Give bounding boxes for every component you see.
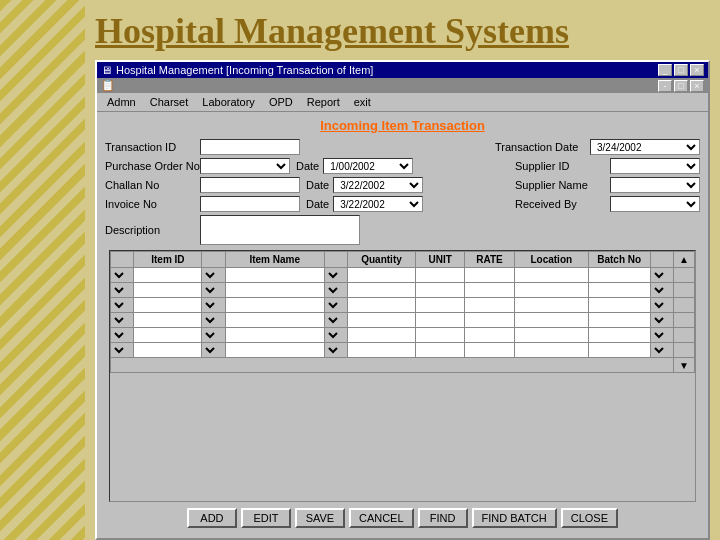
location-3[interactable] <box>517 314 586 327</box>
cancel-button[interactable]: CANCEL <box>349 508 414 528</box>
row-dropdown-5[interactable]: ▼ <box>113 344 127 357</box>
batch-no-0[interactable] <box>591 269 648 282</box>
quantity-2[interactable] <box>350 299 413 312</box>
purchase-date-select[interactable]: 1/00/2002 <box>323 158 413 174</box>
item-id-0[interactable] <box>136 269 199 282</box>
item-id-4[interactable] <box>136 329 199 342</box>
item-id-dropdown-0[interactable]: ▼ <box>204 269 218 282</box>
find-button[interactable]: FIND <box>418 508 468 528</box>
menu-admn[interactable]: Admn <box>101 95 142 109</box>
description-input[interactable] <box>200 215 360 245</box>
batch-no-5[interactable] <box>591 344 648 357</box>
item-id-dropdown-1[interactable]: ▼ <box>204 284 218 297</box>
location-4[interactable] <box>517 329 586 342</box>
item-id-dropdown-5[interactable]: ▼ <box>204 344 218 357</box>
batch-dropdown-3[interactable]: ▼ <box>653 314 667 327</box>
row-dropdown-0[interactable]: ▼ <box>113 269 127 282</box>
item-id-3[interactable] <box>136 314 199 327</box>
item-name-2[interactable] <box>228 299 322 312</box>
minimize-button[interactable]: _ <box>658 64 672 76</box>
col-header-rate: RATE <box>465 252 514 268</box>
invoice-date-select[interactable]: 3/22/2002 <box>333 196 423 212</box>
batch-dropdown-1[interactable]: ▼ <box>653 284 667 297</box>
location-0[interactable] <box>517 269 586 282</box>
menu-report[interactable]: Report <box>301 95 346 109</box>
maximize-button[interactable]: □ <box>674 64 688 76</box>
item-name-dropdown-0[interactable]: ▼ <box>327 269 341 282</box>
transaction-id-input[interactable] <box>200 139 300 155</box>
quantity-1[interactable] <box>350 284 413 297</box>
item-name-dropdown-5[interactable]: ▼ <box>327 344 341 357</box>
quantity-0[interactable] <box>350 269 413 282</box>
batch-dropdown-2[interactable]: ▼ <box>653 299 667 312</box>
rate-3[interactable] <box>467 314 511 327</box>
menu-charset[interactable]: Charset <box>144 95 195 109</box>
menu-laboratory[interactable]: Laboratory <box>196 95 261 109</box>
transaction-date-select[interactable]: 3/24/2002 <box>590 139 700 155</box>
batch-dropdown-5[interactable]: ▼ <box>653 344 667 357</box>
item-name-3[interactable] <box>228 314 322 327</box>
second-maximize-button[interactable]: □ <box>674 80 688 92</box>
unit-4[interactable] <box>418 329 462 342</box>
window-icon: 🖥 <box>101 64 112 76</box>
scroll-down-button[interactable]: ▼ <box>674 358 695 373</box>
item-name-5[interactable] <box>228 344 322 357</box>
batch-no-2[interactable] <box>591 299 648 312</box>
edit-button[interactable]: EDIT <box>241 508 291 528</box>
item-id-dropdown-2[interactable]: ▼ <box>204 299 218 312</box>
quantity-4[interactable] <box>350 329 413 342</box>
menu-opd[interactable]: OPD <box>263 95 299 109</box>
rate-5[interactable] <box>467 344 511 357</box>
unit-2[interactable] <box>418 299 462 312</box>
row-dropdown-1[interactable]: ▼ <box>113 284 127 297</box>
quantity-5[interactable] <box>350 344 413 357</box>
challan-date-select[interactable]: 3/22/2002 <box>333 177 423 193</box>
batch-no-1[interactable] <box>591 284 648 297</box>
close-button-form[interactable]: CLOSE <box>561 508 618 528</box>
item-name-dropdown-4[interactable]: ▼ <box>327 329 341 342</box>
supplier-name-select[interactable] <box>610 177 700 193</box>
quantity-3[interactable] <box>350 314 413 327</box>
add-button[interactable]: ADD <box>187 508 237 528</box>
second-minimize-button[interactable]: - <box>658 80 672 92</box>
batch-no-4[interactable] <box>591 329 648 342</box>
purchase-order-select[interactable] <box>200 158 290 174</box>
item-id-2[interactable] <box>136 299 199 312</box>
item-id-dropdown-3[interactable]: ▼ <box>204 314 218 327</box>
rate-2[interactable] <box>467 299 511 312</box>
unit-1[interactable] <box>418 284 462 297</box>
received-by-select[interactable] <box>610 196 700 212</box>
supplier-id-select[interactable] <box>610 158 700 174</box>
rate-4[interactable] <box>467 329 511 342</box>
batch-no-3[interactable] <box>591 314 648 327</box>
item-name-dropdown-2[interactable]: ▼ <box>327 299 341 312</box>
close-button[interactable]: × <box>690 64 704 76</box>
row-dropdown-3[interactable]: ▼ <box>113 314 127 327</box>
item-name-1[interactable] <box>228 284 322 297</box>
item-name-dropdown-3[interactable]: ▼ <box>327 314 341 327</box>
location-2[interactable] <box>517 299 586 312</box>
row-dropdown-2[interactable]: ▼ <box>113 299 127 312</box>
batch-dropdown-4[interactable]: ▼ <box>653 329 667 342</box>
row-dropdown-4[interactable]: ▼ <box>113 329 127 342</box>
challan-input[interactable] <box>200 177 300 193</box>
unit-3[interactable] <box>418 314 462 327</box>
unit-5[interactable] <box>418 344 462 357</box>
item-id-dropdown-4[interactable]: ▼ <box>204 329 218 342</box>
invoice-input[interactable] <box>200 196 300 212</box>
find-batch-button[interactable]: FIND BATCH <box>472 508 557 528</box>
item-id-5[interactable] <box>136 344 199 357</box>
menu-exit[interactable]: exit <box>348 95 377 109</box>
item-name-dropdown-1[interactable]: ▼ <box>327 284 341 297</box>
batch-dropdown-0[interactable]: ▼ <box>653 269 667 282</box>
rate-1[interactable] <box>467 284 511 297</box>
rate-0[interactable] <box>467 269 511 282</box>
item-name-4[interactable] <box>228 329 322 342</box>
item-name-0[interactable] <box>228 269 322 282</box>
item-id-1[interactable] <box>136 284 199 297</box>
unit-0[interactable] <box>418 269 462 282</box>
location-1[interactable] <box>517 284 586 297</box>
second-close-button[interactable]: × <box>690 80 704 92</box>
location-5[interactable] <box>517 344 586 357</box>
save-button[interactable]: SAVE <box>295 508 345 528</box>
